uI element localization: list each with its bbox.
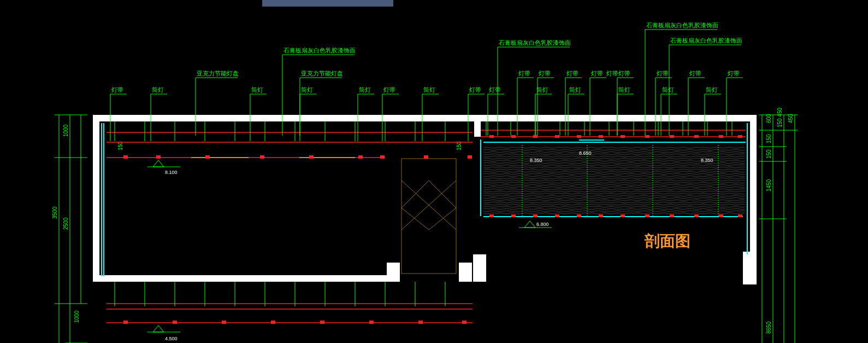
svg-rect-197 [156, 155, 161, 159]
svg-text:1450: 1450 [766, 179, 772, 191]
svg-rect-215 [599, 135, 603, 138]
svg-rect-209 [533, 135, 538, 138]
svg-text:灯带: 灯带 [469, 86, 481, 93]
svg-text:石膏板扇灰白色乳胶漆饰面: 石膏板扇灰白色乳胶漆饰面 [670, 37, 742, 44]
svg-rect-231 [222, 321, 226, 324]
svg-rect-216 [599, 214, 603, 217]
svg-rect-95 [401, 159, 456, 274]
svg-text:灯带: 灯带 [606, 70, 618, 77]
svg-line-99 [429, 181, 456, 208]
middle-door [401, 159, 456, 274]
svg-rect-204 [468, 155, 472, 159]
svg-rect-210 [533, 214, 538, 217]
svg-rect-34 [473, 254, 486, 282]
svg-rect-221 [670, 135, 674, 138]
svg-text:1000: 1000 [74, 310, 80, 323]
svg-text:筒灯: 筒灯 [706, 86, 718, 93]
svg-text:筒灯: 筒灯 [359, 86, 371, 93]
ceiling-lower [107, 304, 473, 323]
svg-text:筒灯: 筒灯 [301, 86, 313, 93]
drawing-title: 剖面图 [644, 232, 690, 249]
dim-right: 600 150 450 450 150 150 1450 8650 [759, 107, 798, 343]
svg-text:8.650: 8.650 [579, 150, 592, 156]
svg-text:灯带: 灯带 [383, 86, 395, 93]
svg-rect-201 [358, 155, 363, 159]
svg-rect-196 [123, 155, 128, 159]
svg-text:灯带: 灯带 [489, 86, 501, 93]
svg-rect-212 [555, 214, 559, 217]
svg-rect-230 [173, 321, 177, 324]
svg-text:2500: 2500 [63, 217, 69, 230]
callouts: 灯带筒灯亚克力节能灯盘筒灯石膏板扇灰白色乳胶漆饰面亚克力节能灯盘筒灯筒灯灯带筒灯… [110, 22, 743, 141]
svg-rect-208 [511, 214, 516, 217]
svg-text:筒灯: 筒灯 [251, 86, 263, 93]
svg-text:石膏板扇灰白色乳胶漆饰面: 石膏板扇灰白色乳胶漆饰面 [499, 39, 571, 46]
svg-text:亚克力节能灯盘: 亚克力节能灯盘 [301, 70, 343, 77]
svg-text:8.350: 8.350 [530, 158, 542, 163]
svg-rect-36 [750, 115, 757, 284]
svg-rect-219 [645, 135, 649, 138]
svg-rect-30 [93, 115, 99, 279]
svg-text:筒灯: 筒灯 [152, 86, 164, 93]
wave-panel [483, 145, 746, 216]
svg-rect-202 [380, 155, 385, 159]
svg-text:筒灯: 筒灯 [569, 86, 581, 93]
svg-rect-32 [387, 263, 400, 282]
svg-rect-90 [483, 145, 745, 215]
svg-rect-218 [621, 214, 625, 217]
svg-text:1000: 1000 [63, 124, 69, 137]
svg-rect-29 [93, 115, 757, 121]
svg-text:灯带: 灯带 [566, 70, 578, 77]
svg-text:石膏板扇灰白色乳胶漆饰面: 石膏板扇灰白色乳胶漆饰面 [646, 22, 718, 28]
svg-rect-211 [555, 135, 559, 138]
svg-text:灯带: 灯带 [728, 70, 740, 77]
svg-rect-31 [93, 275, 393, 282]
svg-rect-234 [369, 321, 374, 324]
svg-text:8650: 8650 [766, 321, 772, 334]
svg-text:600: 600 [766, 114, 772, 123]
svg-text:亚克力节能灯盘: 亚克力节能灯盘 [197, 70, 239, 77]
svg-text:筒灯: 筒灯 [662, 86, 674, 93]
svg-rect-228 [738, 214, 742, 217]
svg-rect-199 [260, 155, 264, 159]
svg-rect-206 [489, 214, 494, 217]
svg-rect-33 [459, 263, 472, 282]
svg-text:150: 150 [766, 149, 772, 159]
top-bar [262, 0, 393, 7]
svg-rect-235 [418, 321, 423, 324]
svg-rect-203 [424, 155, 428, 159]
svg-rect-224 [694, 214, 699, 217]
svg-rect-198 [205, 155, 210, 159]
svg-rect-227 [738, 135, 742, 138]
svg-text:4.500: 4.500 [165, 336, 178, 341]
svg-rect-223 [694, 135, 699, 138]
svg-text:灯带: 灯带 [539, 70, 551, 77]
svg-text:筒灯: 筒灯 [618, 86, 630, 93]
svg-text:灯带: 灯带 [111, 86, 123, 93]
svg-rect-236 [462, 321, 467, 324]
svg-rect-37 [474, 115, 481, 137]
svg-rect-214 [577, 214, 581, 217]
svg-text:灯带: 灯带 [657, 70, 669, 77]
svg-rect-200 [309, 155, 314, 159]
svg-text:8.100: 8.100 [165, 170, 178, 175]
svg-rect-217 [621, 135, 625, 138]
svg-line-101 [429, 208, 456, 230]
svg-text:8.350: 8.350 [701, 158, 713, 163]
svg-text:灯带: 灯带 [591, 70, 603, 77]
svg-text:灯带: 灯带 [518, 70, 530, 77]
svg-rect-207 [511, 135, 516, 138]
svg-text:150: 150 [766, 134, 772, 143]
svg-text:3500: 3500 [52, 206, 58, 219]
svg-text:150 450: 150 450 [777, 107, 783, 127]
svg-text:灯带: 灯带 [618, 70, 630, 77]
svg-rect-225 [719, 135, 723, 138]
svg-rect-222 [670, 214, 674, 217]
svg-rect-220 [645, 214, 649, 217]
svg-line-98 [401, 181, 429, 208]
svg-text:灯带: 灯带 [689, 70, 701, 77]
svg-rect-233 [320, 321, 324, 324]
svg-rect-232 [271, 321, 275, 324]
svg-line-100 [401, 208, 429, 230]
svg-rect-205 [489, 135, 494, 138]
